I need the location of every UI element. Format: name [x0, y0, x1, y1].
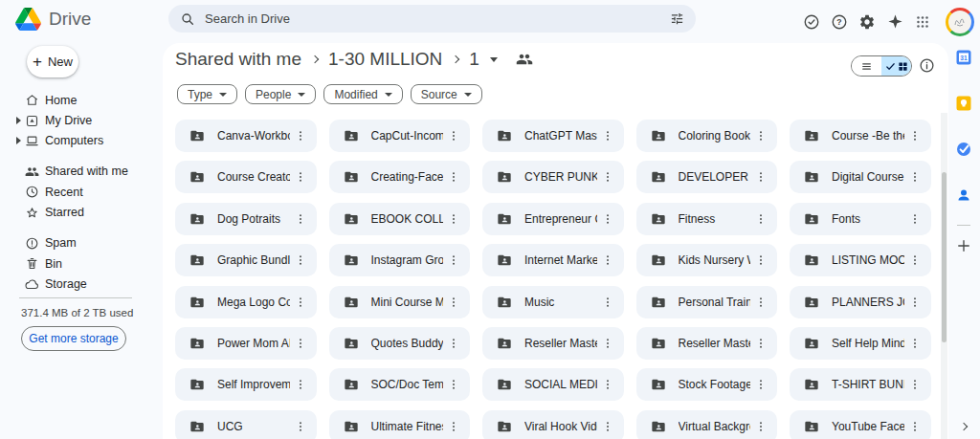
contacts-icon[interactable]	[956, 187, 971, 203]
more-options-icon[interactable]	[597, 209, 618, 230]
filter-chip-people[interactable]: People	[245, 84, 316, 104]
more-options-icon[interactable]	[750, 125, 771, 146]
filter-chip-type[interactable]: Type	[177, 84, 237, 104]
more-options-icon[interactable]	[750, 333, 771, 354]
search-options-icon[interactable]	[670, 11, 684, 26]
grid-view-button[interactable]	[881, 56, 911, 76]
folder-tile[interactable]: Digital Course C...	[790, 161, 931, 193]
folder-tile[interactable]: Entrepreneur Co...	[482, 203, 624, 235]
more-options-icon[interactable]	[904, 292, 925, 313]
sidebar-item-spam[interactable]: Spam	[0, 233, 163, 253]
folder-tile[interactable]: UCG	[175, 410, 317, 439]
folder-tile[interactable]: Viral Hook Videos	[482, 410, 624, 439]
folder-menu-caret-icon[interactable]	[490, 57, 498, 62]
more-options-icon[interactable]	[443, 209, 464, 230]
folder-tile[interactable]: Course Creator ...	[175, 161, 317, 193]
expand-caret-icon[interactable]	[16, 117, 21, 124]
gemini-sparkle-icon[interactable]	[886, 13, 903, 31]
more-options-icon[interactable]	[750, 166, 771, 187]
sidebar-item-my-drive[interactable]: My Drive	[0, 110, 163, 130]
more-options-icon[interactable]	[597, 292, 618, 313]
more-options-icon[interactable]	[750, 416, 771, 437]
sidebar-item-recent[interactable]: Recent	[0, 182, 163, 202]
folder-tile[interactable]: Personal Trainer...	[636, 286, 778, 318]
more-options-icon[interactable]	[443, 416, 464, 437]
sidebar-item-bin[interactable]: Bin	[0, 253, 163, 274]
more-options-icon[interactable]	[904, 416, 925, 437]
more-options-icon[interactable]	[290, 209, 311, 230]
filter-chip-source[interactable]: Source	[411, 84, 482, 104]
more-options-icon[interactable]	[290, 125, 311, 146]
more-options-icon[interactable]	[904, 333, 925, 354]
folder-tile[interactable]: Power Mom AI c...	[175, 327, 317, 360]
folder-tile[interactable]: Fonts	[790, 203, 931, 235]
more-options-icon[interactable]	[904, 125, 925, 146]
folder-tile[interactable]: CapCut-Income...	[329, 120, 471, 152]
more-options-icon[interactable]	[597, 333, 618, 354]
more-options-icon[interactable]	[290, 250, 311, 271]
folder-tile[interactable]: Mega Logo Coll...	[175, 286, 317, 318]
more-options-icon[interactable]	[904, 166, 925, 187]
more-options-icon[interactable]	[290, 292, 311, 313]
folder-tile[interactable]: Music	[482, 286, 624, 318]
breadcrumb-current-folder[interactable]: 1	[469, 49, 479, 70]
more-options-icon[interactable]	[597, 250, 618, 271]
folder-tile[interactable]: Reseller Masterc...	[636, 327, 778, 360]
folder-tile[interactable]: Quotes Buddy	[329, 327, 471, 360]
help-icon[interactable]: ?	[831, 13, 848, 31]
new-button[interactable]: + New	[27, 46, 78, 77]
more-options-icon[interactable]	[443, 166, 464, 187]
info-icon[interactable]	[919, 57, 935, 74]
keep-icon[interactable]	[956, 96, 971, 111]
folder-tile[interactable]: Virtual Backgrou...	[636, 410, 778, 439]
folder-tile[interactable]: Course -Be the ...	[790, 120, 931, 152]
sidebar-item-home[interactable]: Home	[0, 90, 163, 110]
more-options-icon[interactable]	[750, 374, 771, 395]
breadcrumb-folder[interactable]: 1-30 MILLION	[328, 49, 442, 70]
folder-tile[interactable]: DEVELOPER BU...	[636, 161, 778, 193]
more-options-icon[interactable]	[290, 416, 311, 437]
folder-tile[interactable]: YouTube Faceles...	[790, 410, 931, 439]
search-bar[interactable]	[168, 5, 696, 33]
sidebar-item-storage[interactable]: Storage	[0, 274, 163, 294]
folder-tile[interactable]: SOC/Doc Templ...	[329, 368, 471, 401]
folder-tile[interactable]: Self Improveme...	[175, 368, 317, 401]
sidebar-item-shared-with-me[interactable]: Shared with me	[0, 162, 163, 182]
account-avatar[interactable]	[946, 8, 974, 36]
more-options-icon[interactable]	[750, 292, 771, 313]
folder-tile[interactable]: Graphic Bundle	[175, 244, 317, 276]
folder-tile[interactable]: Mini Course Max...	[329, 286, 471, 318]
apps-grid-icon[interactable]	[914, 13, 931, 31]
offline-status-icon[interactable]	[803, 13, 820, 31]
more-options-icon[interactable]	[443, 125, 464, 146]
folder-tile[interactable]: Fitness	[636, 203, 778, 235]
folder-tile[interactable]: Creating-Facele...	[329, 161, 471, 193]
more-options-icon[interactable]	[443, 374, 464, 395]
list-view-button[interactable]	[852, 56, 881, 76]
folder-tile[interactable]: Canva-Workboo...	[175, 120, 317, 152]
more-options-icon[interactable]	[443, 333, 464, 354]
more-options-icon[interactable]	[290, 333, 311, 354]
more-options-icon[interactable]	[597, 374, 618, 395]
show-side-panel-chevron-icon[interactable]	[960, 423, 968, 430]
folder-tile[interactable]: Reseller Master ...	[482, 327, 624, 360]
folder-tile[interactable]: Dog Potraits	[175, 203, 317, 235]
search-input[interactable]	[205, 11, 660, 26]
folder-tile[interactable]: ChatGPT Master...	[482, 120, 624, 152]
folder-tile[interactable]: PLANNERS JOU...	[790, 286, 931, 318]
tasks-icon[interactable]	[956, 142, 971, 157]
breadcrumb-shared-with-me[interactable]: Shared with me	[175, 49, 301, 70]
folder-tile[interactable]: LISTING MOCKU...	[790, 244, 931, 276]
more-options-icon[interactable]	[904, 374, 925, 395]
folder-tile[interactable]: T-SHIRT BUNDLE	[790, 368, 931, 401]
expand-caret-icon[interactable]	[16, 137, 21, 144]
get-more-storage-button[interactable]: Get more storage	[21, 326, 126, 351]
folder-tile[interactable]: Kids Nursery Wa...	[636, 244, 778, 276]
calendar-icon[interactable]: 31	[956, 50, 971, 65]
folder-tile[interactable]: Instagram Grow...	[329, 244, 471, 276]
folder-tile[interactable]: Ultimate Fitness ...	[329, 410, 471, 439]
folder-tile[interactable]: Stock Footage V...	[636, 368, 778, 401]
folder-tile[interactable]: CYBER PUNK C...	[482, 161, 624, 193]
folder-tile[interactable]: SOCIAL MEDIA , ...	[482, 368, 624, 401]
settings-icon[interactable]	[858, 13, 876, 31]
